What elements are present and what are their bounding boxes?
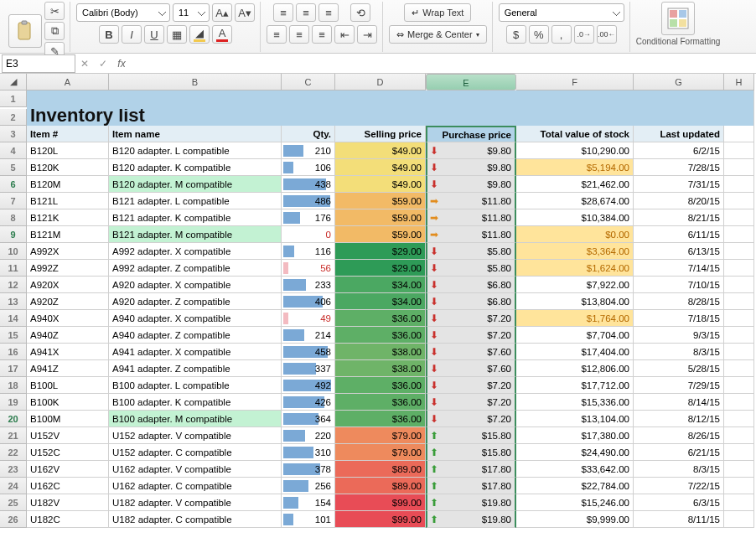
cell-name[interactable]: B100 adapter. K compatible <box>109 394 282 411</box>
cell-qty[interactable]: 49 <box>282 310 335 327</box>
cell-total-value[interactable]: $24,490.00 <box>516 444 634 461</box>
row-header[interactable]: 14 <box>0 310 27 327</box>
cell[interactable] <box>724 394 754 411</box>
cell-qty[interactable]: 101 <box>282 511 335 528</box>
currency-button[interactable]: $ <box>506 25 526 44</box>
cell[interactable] <box>724 427 754 444</box>
cell-last-updated[interactable]: 9/3/15 <box>634 327 724 344</box>
cell-purchase-price[interactable]: ➡$11.80 <box>426 209 516 226</box>
cell-last-updated[interactable]: 7/28/15 <box>634 159 724 176</box>
cell-qty[interactable]: 56 <box>282 260 335 277</box>
number-format-select[interactable]: General <box>499 3 624 22</box>
cell[interactable] <box>724 444 754 461</box>
cell-purchase-price[interactable]: ⬇$5.80 <box>426 243 516 260</box>
cell-qty[interactable]: 406 <box>282 293 335 310</box>
increase-indent-button[interactable]: ⇥ <box>357 25 377 44</box>
header-total[interactable]: Total value of stock <box>516 126 634 142</box>
cell-item[interactable]: U182V <box>27 494 109 511</box>
cell-name[interactable]: U182 adapter. V compatible <box>109 494 282 511</box>
cell-name[interactable]: A992 adapter. X compatible <box>109 243 282 260</box>
cell-qty[interactable]: 154 <box>282 494 335 511</box>
cell[interactable] <box>724 293 754 310</box>
cell-last-updated[interactable]: 7/22/15 <box>634 478 724 494</box>
cell-qty[interactable]: 0 <box>282 226 335 243</box>
cell-qty[interactable]: 438 <box>282 176 335 193</box>
cell-name[interactable]: A940 adapter. Z compatible <box>109 327 282 344</box>
increase-font-button[interactable]: A▴ <box>212 3 232 22</box>
row-header[interactable]: 11 <box>0 260 27 277</box>
fx-icon[interactable]: fx <box>112 58 131 70</box>
row-header[interactable]: 10 <box>0 243 27 260</box>
underline-button[interactable]: U <box>144 25 164 44</box>
cell-item[interactable]: A992X <box>27 243 109 260</box>
cell-total-value[interactable]: $7,704.00 <box>516 327 634 344</box>
cell-name[interactable]: B100 adapter. M compatible <box>109 411 282 427</box>
cell[interactable] <box>724 243 754 260</box>
wrap-text-button[interactable]: ↵Wrap Text <box>404 3 471 22</box>
cell[interactable] <box>724 511 754 528</box>
row-header[interactable]: 9 <box>0 226 27 243</box>
row-header[interactable]: 7 <box>0 193 27 209</box>
row-header[interactable]: 20 <box>0 411 27 427</box>
border-button[interactable]: ▦ <box>167 25 187 44</box>
cell-qty[interactable]: 458 <box>282 344 335 360</box>
cell-last-updated[interactable]: 8/14/15 <box>634 394 724 411</box>
cell[interactable] <box>724 260 754 277</box>
cell-qty[interactable]: 210 <box>282 142 335 159</box>
cell-purchase-price[interactable]: ⬇$7.20 <box>426 377 516 394</box>
cell-name[interactable]: U162 adapter. V compatible <box>109 461 282 478</box>
cell-selling-price[interactable]: $29.00 <box>335 243 426 260</box>
cell-purchase-price[interactable]: ⬆$19.80 <box>426 511 516 528</box>
enter-formula-icon[interactable]: ✓ <box>94 58 112 70</box>
title-cell[interactable] <box>27 90 754 109</box>
font-color-button[interactable]: A <box>212 25 232 44</box>
cell-total-value[interactable]: $21,462.00 <box>516 176 634 193</box>
cell-name[interactable]: B121 adapter. M compatible <box>109 226 282 243</box>
cell[interactable] <box>724 344 754 360</box>
align-left-button[interactable]: ≡ <box>267 25 287 44</box>
conditional-formatting-button[interactable] <box>661 2 695 35</box>
cell-qty[interactable]: 378 <box>282 461 335 478</box>
cell-purchase-price[interactable]: ⬆$19.80 <box>426 494 516 511</box>
cell-qty[interactable]: 492 <box>282 377 335 394</box>
cancel-formula-icon[interactable]: ✕ <box>75 58 94 70</box>
cell-total-value[interactable]: $28,674.00 <box>516 193 634 209</box>
cell-selling-price[interactable]: $36.00 <box>335 394 426 411</box>
cell-selling-price[interactable]: $59.00 <box>335 193 426 209</box>
cell[interactable] <box>724 327 754 344</box>
cell-item[interactable]: B100K <box>27 394 109 411</box>
font-size-select[interactable]: 11 <box>173 3 210 22</box>
cell-selling-price[interactable]: $36.00 <box>335 411 426 427</box>
cell[interactable] <box>724 209 754 226</box>
header-name[interactable]: Item name <box>109 126 282 142</box>
italic-button[interactable]: I <box>122 25 142 44</box>
cell-item[interactable]: U162V <box>27 461 109 478</box>
percent-button[interactable]: % <box>529 25 549 44</box>
cell-name[interactable]: A920 adapter. Z compatible <box>109 293 282 310</box>
cell-purchase-price[interactable]: ⬇$9.80 <box>426 176 516 193</box>
row-header[interactable]: 25 <box>0 494 27 511</box>
cell-item[interactable]: A940Z <box>27 327 109 344</box>
cell-qty[interactable]: 364 <box>282 411 335 427</box>
cell-total-value[interactable]: $3,364.00 <box>516 243 634 260</box>
cell[interactable] <box>724 494 754 511</box>
cell-last-updated[interactable]: 8/12/15 <box>634 411 724 427</box>
cell-total-value[interactable]: $0.00 <box>516 226 634 243</box>
cell-selling-price[interactable]: $89.00 <box>335 461 426 478</box>
align-top-button[interactable]: ≡ <box>273 3 293 22</box>
cell-purchase-price[interactable]: ➡$11.80 <box>426 193 516 209</box>
row-header[interactable]: 3 <box>0 126 27 142</box>
cell-item[interactable]: B100M <box>27 411 109 427</box>
cell-purchase-price[interactable]: ➡$11.80 <box>426 226 516 243</box>
cell-total-value[interactable]: $13,104.00 <box>516 411 634 427</box>
row-header[interactable]: 5 <box>0 159 27 176</box>
cell-selling-price[interactable]: $79.00 <box>335 427 426 444</box>
cell-purchase-price[interactable]: ⬇$6.80 <box>426 277 516 293</box>
cell-qty[interactable]: 233 <box>282 277 335 293</box>
header-selling[interactable]: Selling price <box>335 126 426 142</box>
cell-last-updated[interactable]: 6/2/15 <box>634 142 724 159</box>
align-right-button[interactable]: ≡ <box>312 25 332 44</box>
cell-total-value[interactable]: $13,804.00 <box>516 293 634 310</box>
cell[interactable] <box>724 310 754 327</box>
cell-item[interactable]: A992Z <box>27 260 109 277</box>
